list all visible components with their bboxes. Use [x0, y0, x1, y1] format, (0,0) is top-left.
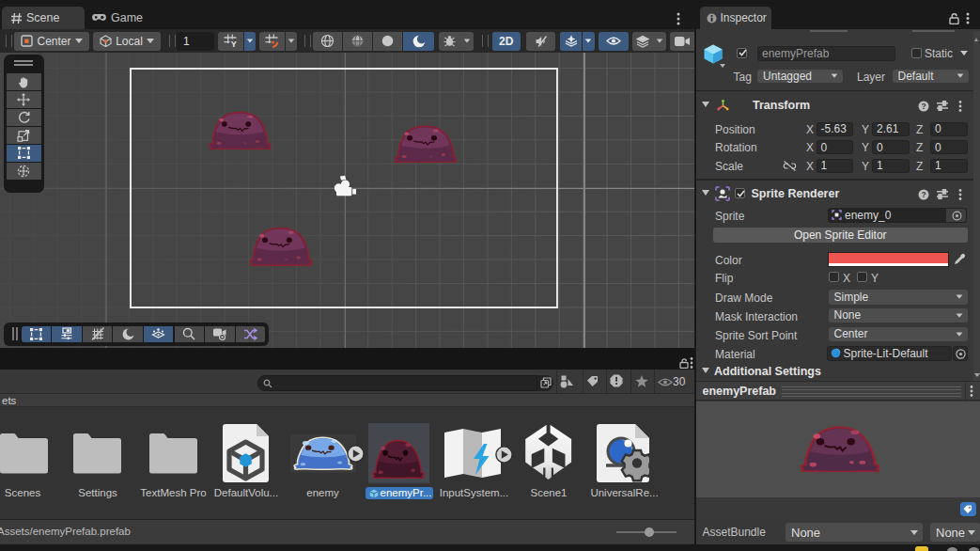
svg-text:Y: Y — [231, 39, 237, 48]
svg-text:?: ? — [921, 101, 926, 110]
svg-text:?: ? — [921, 189, 926, 198]
